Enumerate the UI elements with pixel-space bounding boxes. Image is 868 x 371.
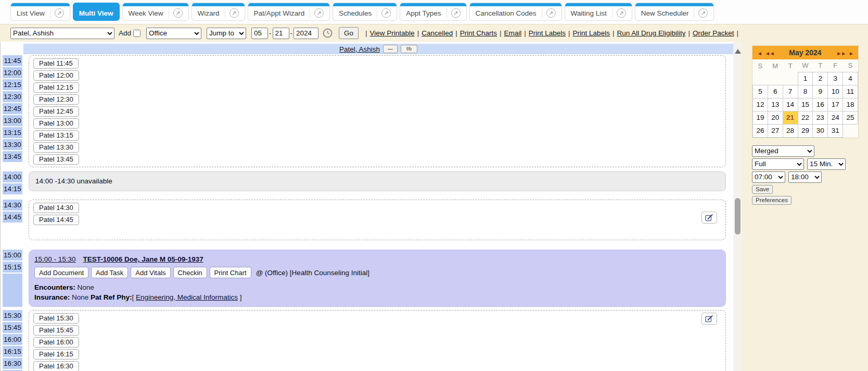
day-cell-13[interactable]: 13 [768,98,783,111]
day-cell-4[interactable]: 4 [843,72,858,85]
time-cell[interactable]: 13:45 [3,151,22,162]
slot-button-patel-14-45[interactable]: Patel 14:45 [33,215,79,225]
appointment-time-link[interactable]: 15:00 - 15:30 [34,255,76,263]
day-cell-3[interactable]: 3 [828,72,843,85]
toolbar-link-print-labels[interactable]: Print Labels [573,29,610,37]
go-button[interactable]: Go [339,27,359,39]
external-link-icon[interactable]: ↗ [698,8,708,18]
preferences-button[interactable]: Preferences [752,196,792,205]
time-cell[interactable]: 13:15 [3,127,22,138]
print-chart-button[interactable]: Print Chart [210,267,251,278]
add-task-button[interactable]: Add Task [91,267,128,278]
prev-year-icon[interactable]: ◄ [756,51,763,56]
add-document-button[interactable]: Add Document [34,267,88,278]
slot-button-patel-13-00[interactable]: Patel 13:00 [33,118,79,129]
day-cell-14[interactable]: 14 [783,98,798,111]
time-cell[interactable]: 14:45 [3,212,22,222]
slot-button-patel-16-30[interactable]: Patel 16:30 [33,361,79,371]
edit-slot-button[interactable] [701,313,717,325]
time-cell[interactable]: 15:00 [3,250,22,261]
external-link-icon[interactable]: ↗ [173,8,183,18]
day-cell-26[interactable]: 26 [753,124,768,137]
external-link-icon[interactable]: ↗ [55,8,64,18]
view-mode-select[interactable]: Merged [752,145,814,157]
time-cell[interactable]: 15:45 [3,322,22,333]
time-cell[interactable]: 15:15 [3,262,22,273]
external-link-icon[interactable]: ↗ [314,8,324,18]
time-cell[interactable]: 14:00 [3,171,22,182]
slot-button-patel-13-30[interactable]: Patel 13:30 [33,142,79,153]
date-day-input[interactable] [273,28,289,39]
time-cell[interactable]: 15:30 [3,310,22,321]
tab-list-view[interactable]: List View↗ [10,3,70,21]
day-cell-16[interactable]: 16 [813,98,828,111]
external-link-icon[interactable]: ↗ [381,8,391,18]
external-link-icon[interactable]: ↗ [617,8,626,18]
date-month-input[interactable] [251,28,268,39]
day-cell-1[interactable]: 1 [798,72,813,85]
day-cell-27[interactable]: 27 [768,124,783,137]
tab-multi-view[interactable]: Multi View [73,3,120,21]
time-cell[interactable]: 12:30 [3,91,22,102]
facility-select[interactable]: Office [146,28,201,39]
day-cell-11[interactable]: 11 [843,85,858,98]
interval-select[interactable]: 15 Min. [807,158,846,170]
toolbar-link-email[interactable]: Email [504,29,522,37]
minimize-column-button[interactable]: — [383,45,398,53]
edit-slot-button[interactable] [701,212,717,224]
day-cell-15[interactable]: 15 [798,98,813,111]
fb-column-button[interactable]: f/b [401,45,417,53]
provider-select[interactable]: Patel, Ashish [10,28,114,39]
day-cell-9[interactable]: 9 [813,85,828,98]
day-cell-17[interactable]: 17 [828,98,843,111]
slot-button-patel-15-30[interactable]: Patel 15:30 [33,313,79,324]
external-link-icon[interactable]: ↗ [546,8,556,18]
prev-month-icon[interactable]: ◄◄ [763,51,776,56]
time-cell[interactable]: 14:30 [3,200,22,211]
day-cell-25[interactable]: 25 [843,111,858,124]
day-cell-18[interactable]: 18 [843,98,858,111]
tab-schedules[interactable]: Schedules↗ [333,3,397,21]
day-cell-28[interactable]: 28 [783,124,798,137]
checkin-button[interactable]: Checkin [173,267,207,278]
day-cell-24[interactable]: 24 [828,111,843,124]
slot-button-patel-16-00[interactable]: Patel 16:00 [33,337,79,348]
time-cell[interactable]: 13:00 [3,115,22,126]
external-link-icon[interactable]: ↗ [229,8,239,18]
scroll-up-icon[interactable] [735,49,741,54]
time-cell[interactable]: 12:15 [3,79,22,90]
day-cell-21[interactable]: 21 [783,111,798,124]
day-cell-2[interactable]: 2 [813,72,828,85]
referring-physician-link[interactable]: Engineering, Medical Informatics [136,293,238,301]
slot-button-patel-12-15[interactable]: Patel 12:15 [33,82,79,93]
time-cell[interactable]: 16:15 [3,346,22,357]
day-cell-5[interactable]: 5 [753,85,768,98]
day-cell-31[interactable]: 31 [828,124,843,137]
slot-button-patel-15-45[interactable]: Patel 15:45 [33,325,79,336]
time-cell[interactable]: 16:00 [3,334,22,345]
day-cell-8[interactable]: 8 [798,85,813,98]
day-cell-30[interactable]: 30 [813,124,828,137]
add-vitals-button[interactable]: Add Vitals [131,267,170,278]
time-cell[interactable]: 12:45 [3,103,22,114]
time-cell[interactable]: 12:00 [3,67,22,78]
toolbar-link-order-packet[interactable]: Order Packet [693,29,734,37]
slot-button-patel-13-15[interactable]: Patel 13:15 [33,130,79,141]
time-cell[interactable]: 14:15 [3,183,22,194]
slot-button-patel-14-30[interactable]: Patel 14:30 [33,203,79,213]
calendar-clock-icon[interactable] [323,28,333,38]
tab-cancellation-codes[interactable]: Cancellation Codes↗ [469,3,562,21]
jump-to-select[interactable]: Jump to [207,28,246,39]
external-link-icon[interactable]: ↗ [451,8,461,18]
patient-link[interactable]: TEST-10006 Doe, Jane M 05-09-1937 [83,255,203,263]
tab-wizard[interactable]: Wizard↗ [192,3,245,21]
tab-new-scheduler[interactable]: New Scheduler↗ [635,3,714,21]
vertical-scrollbar[interactable] [733,42,742,371]
toolbar-link-cancelled[interactable]: Cancelled [422,29,453,37]
day-cell-22[interactable]: 22 [798,111,813,124]
tab-appt-types[interactable]: Appt Types↗ [400,3,466,21]
toolbar-link-print-charts[interactable]: Print Charts [460,29,497,37]
end-time-select[interactable]: 18:00 [788,171,822,183]
toolbar-link-print-labels[interactable]: Print Labels [529,29,566,37]
next-year-icon[interactable]: ► [847,51,855,56]
